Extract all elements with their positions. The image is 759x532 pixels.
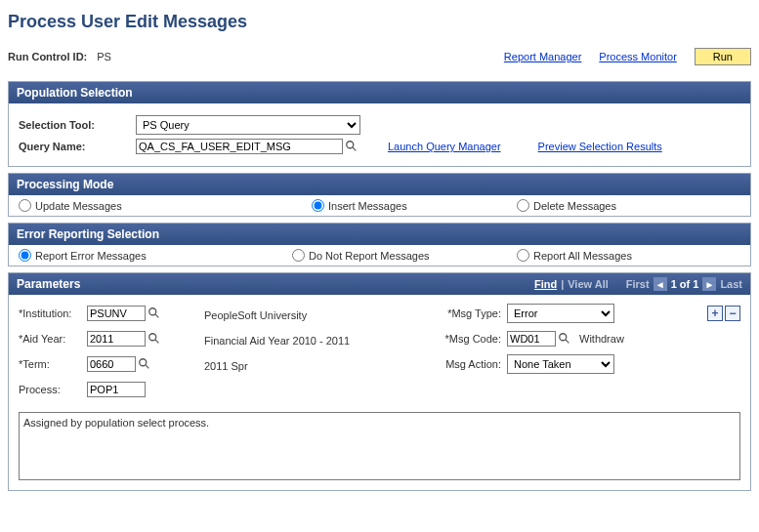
svg-line-1 bbox=[353, 147, 357, 151]
aid-year-label: *Aid Year: bbox=[19, 333, 87, 345]
msg-code-lookup-icon[interactable] bbox=[558, 332, 571, 346]
error-reporting-header: Error Reporting Selection bbox=[9, 224, 750, 245]
institution-lookup-icon[interactable] bbox=[148, 307, 161, 320]
report-all-messages-radio[interactable] bbox=[517, 249, 529, 262]
aid-year-desc: Financial Aid Year 2010 - 2011 bbox=[204, 335, 350, 347]
svg-point-2 bbox=[149, 308, 156, 315]
processing-mode-header: Processing Mode bbox=[9, 174, 750, 195]
query-name-input[interactable] bbox=[136, 139, 343, 154]
add-row-icon[interactable]: + bbox=[707, 306, 723, 321]
query-name-lookup-icon[interactable] bbox=[345, 140, 358, 153]
parameters-panel: Parameters Find | View All First ◄ 1 of … bbox=[8, 272, 751, 491]
msg-code-input[interactable] bbox=[507, 331, 556, 347]
error-reporting-panel: Error Reporting Selection Report Error M… bbox=[8, 223, 751, 266]
institution-label: *Institution: bbox=[19, 307, 87, 319]
report-error-messages-label: Report Error Messages bbox=[35, 250, 147, 262]
processing-mode-panel: Processing Mode Update Messages Insert M… bbox=[8, 173, 751, 217]
report-error-messages-radio[interactable] bbox=[19, 249, 31, 262]
svg-line-3 bbox=[155, 314, 159, 318]
first-label: First bbox=[626, 278, 650, 290]
msg-type-label: *Msg Type: bbox=[429, 307, 507, 319]
message-text-area[interactable] bbox=[19, 412, 740, 480]
svg-line-5 bbox=[155, 340, 159, 344]
msg-code-label: *Msg Code: bbox=[429, 333, 507, 345]
run-button[interactable]: Run bbox=[695, 48, 751, 65]
selection-tool-select[interactable]: PS Query bbox=[136, 115, 360, 135]
aid-year-lookup-icon[interactable] bbox=[148, 332, 161, 346]
update-messages-label: Update Messages bbox=[35, 200, 122, 212]
population-selection-header: Population Selection bbox=[9, 82, 750, 103]
process-monitor-link[interactable]: Process Monitor bbox=[599, 51, 676, 62]
msg-code-desc: Withdraw bbox=[579, 333, 624, 345]
parameters-header: Parameters Find | View All First ◄ 1 of … bbox=[9, 273, 750, 295]
svg-line-7 bbox=[146, 365, 149, 369]
run-control-value: PS bbox=[97, 51, 111, 62]
selection-tool-label: Selection Tool: bbox=[19, 119, 136, 131]
svg-point-0 bbox=[347, 142, 354, 148]
svg-point-6 bbox=[140, 359, 147, 366]
row-counter: 1 of 1 bbox=[671, 278, 699, 290]
delete-row-icon[interactable]: − bbox=[725, 306, 740, 321]
do-not-report-messages-label: Do Not Report Messages bbox=[309, 250, 430, 262]
find-link[interactable]: Find bbox=[534, 278, 557, 290]
institution-input[interactable] bbox=[87, 306, 146, 321]
term-lookup-icon[interactable] bbox=[138, 357, 151, 371]
parameters-header-text: Parameters bbox=[17, 277, 80, 291]
svg-line-9 bbox=[566, 340, 569, 344]
run-control-row: Run Control ID: PS Report Manager Proces… bbox=[8, 48, 751, 65]
aid-year-input[interactable] bbox=[87, 331, 146, 347]
term-input[interactable] bbox=[87, 356, 136, 372]
msg-action-label: Msg Action: bbox=[429, 358, 507, 370]
last-label: Last bbox=[720, 278, 742, 290]
next-row-icon[interactable]: ► bbox=[702, 277, 716, 291]
delete-messages-radio[interactable] bbox=[517, 199, 529, 212]
run-control-label: Run Control ID: bbox=[8, 51, 87, 62]
preview-selection-results-link[interactable]: Preview Selection Results bbox=[538, 141, 662, 152]
do-not-report-messages-radio[interactable] bbox=[292, 249, 305, 262]
msg-action-select[interactable]: None Taken bbox=[507, 354, 614, 374]
msg-type-select[interactable]: Error bbox=[507, 304, 614, 323]
prev-row-icon[interactable]: ◄ bbox=[654, 277, 667, 291]
insert-messages-radio[interactable] bbox=[312, 199, 324, 212]
svg-point-4 bbox=[149, 334, 156, 341]
launch-query-manager-link[interactable]: Launch Query Manager bbox=[388, 141, 501, 152]
population-selection-panel: Population Selection Selection Tool: PS … bbox=[8, 81, 751, 167]
view-all-link: View All bbox=[568, 278, 609, 290]
nav-separator: | bbox=[561, 278, 564, 290]
term-label: *Term: bbox=[19, 358, 87, 370]
page-title: Process User Edit Messages bbox=[8, 12, 751, 32]
process-input[interactable] bbox=[87, 382, 146, 397]
report-manager-link[interactable]: Report Manager bbox=[504, 51, 582, 62]
insert-messages-label: Insert Messages bbox=[328, 200, 407, 212]
update-messages-radio[interactable] bbox=[19, 199, 31, 212]
query-name-label: Query Name: bbox=[19, 141, 136, 152]
svg-point-8 bbox=[560, 334, 567, 341]
report-all-messages-label: Report All Messages bbox=[533, 250, 632, 262]
process-label: Process: bbox=[19, 384, 87, 395]
institution-desc: PeopleSoft University bbox=[204, 309, 307, 321]
term-desc: 2011 Spr bbox=[204, 360, 248, 372]
delete-messages-label: Delete Messages bbox=[533, 200, 616, 212]
